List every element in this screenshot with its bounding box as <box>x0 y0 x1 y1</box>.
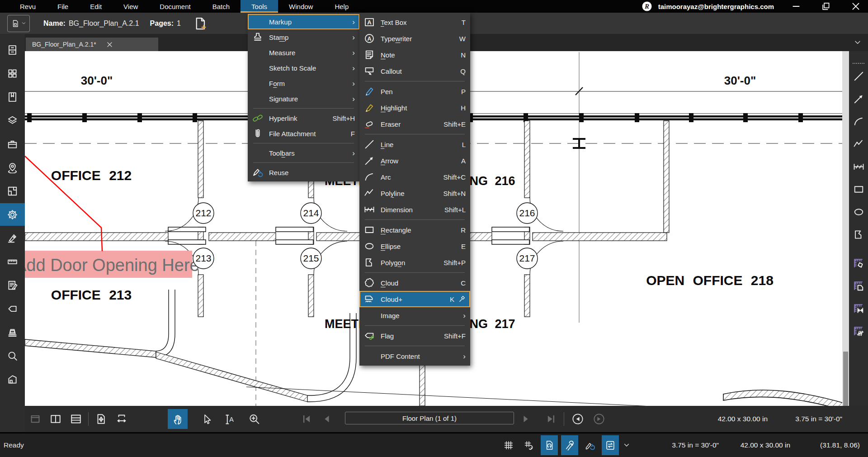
menubar-item-batch[interactable]: Batch <box>202 0 241 13</box>
zoom-icon[interactable] <box>246 411 262 427</box>
menu-item-sketch-to-scale[interactable]: Sketch to Scale› <box>248 60 359 76</box>
snap-grid-icon[interactable] <box>520 435 538 455</box>
menubar-item-tools[interactable]: Tools <box>241 0 278 13</box>
menu-item-polygon[interactable]: PolygonShift+P <box>359 254 470 271</box>
minimize-icon[interactable] <box>791 1 801 11</box>
split-vertical-icon[interactable] <box>47 411 64 427</box>
document-tab[interactable]: BG_Floor_Plan_A.2.1* <box>26 38 158 51</box>
new-page-icon[interactable] <box>193 16 207 31</box>
menu-item-measure[interactable]: Measure› <box>248 45 359 60</box>
highlight-markup-text[interactable]: Add Door Opening Here <box>25 256 199 275</box>
menu-item-ellipse[interactable]: EllipseE <box>359 238 470 254</box>
menu-item-dimension[interactable]: DimensionShift+L <box>359 201 470 218</box>
page-label-field[interactable]: Floor Plan (1 of 1) <box>345 412 514 424</box>
pan-icon[interactable] <box>168 409 188 429</box>
restore-icon[interactable] <box>821 1 831 11</box>
menu-item-pdf-content[interactable]: PDF Content› <box>359 348 470 364</box>
fit-page-icon[interactable] <box>93 411 109 427</box>
history-back-icon[interactable] <box>570 411 586 427</box>
menu-item-typewriter[interactable]: ATypewriterW <box>359 30 470 47</box>
panel-tab-signature-icon[interactable] <box>0 232 25 244</box>
text-select-icon[interactable]: A <box>222 411 238 427</box>
menubar-item-window[interactable]: Window <box>278 0 324 13</box>
panel-tab-markup-editor-icon[interactable] <box>0 279 25 291</box>
vertical-scrollbar[interactable] <box>842 51 849 406</box>
tool-polyline-icon[interactable] <box>849 138 868 150</box>
menu-item-arrow[interactable]: ArrowA <box>359 152 470 169</box>
menu-item-rectangle[interactable]: RectangleR <box>359 222 470 238</box>
toolbar-drag-handle[interactable] <box>853 63 864 66</box>
panel-tab-ruler-icon[interactable] <box>0 256 25 267</box>
markup-reuse-icon[interactable] <box>581 435 599 455</box>
menu-item-arc[interactable]: ArcShift+C <box>359 169 470 185</box>
menu-item-text-box[interactable]: AText BoxT <box>359 14 470 30</box>
menu-item-file-attachment[interactable]: File AttachmentF <box>248 126 359 141</box>
menu-item-toolbars[interactable]: Toolbars› <box>248 145 359 161</box>
menu-item-polyline[interactable]: PolylineShift+N <box>359 185 470 201</box>
tool-dimension-icon[interactable] <box>849 161 868 172</box>
tab-close-icon[interactable] <box>106 41 113 48</box>
single-pane-icon[interactable] <box>27 411 43 427</box>
panel-tab-spaces-icon[interactable] <box>0 185 25 197</box>
menu-item-form[interactable]: Form› <box>248 76 359 91</box>
panel-tab-studio-icon[interactable] <box>0 373 25 385</box>
scrollbar-thumb[interactable] <box>843 352 848 406</box>
chevron-down-icon[interactable] <box>854 38 862 47</box>
panel-tab-bookmarks-icon[interactable] <box>0 91 25 103</box>
menu-item-signature[interactable]: Signature› <box>248 91 359 106</box>
snap-markup-icon[interactable] <box>561 435 578 455</box>
menu-item-pen[interactable]: PenP <box>359 83 470 100</box>
tool-line-icon[interactable] <box>849 70 868 82</box>
menu-item-line[interactable]: LineL <box>359 136 470 152</box>
panel-tab-thumbnails-icon[interactable] <box>0 67 25 79</box>
sync-icon[interactable] <box>602 435 619 455</box>
menu-item-callout[interactable]: CalloutQ <box>359 63 470 79</box>
menu-item-reuse[interactable]: Reuse <box>248 165 359 180</box>
panel-tab-layers-icon[interactable] <box>0 114 25 126</box>
tool-ellipse-icon[interactable] <box>849 206 868 218</box>
menubar-item-revu[interactable]: Revu <box>9 0 47 13</box>
menu-item-cloud-[interactable]: Cloud+K <box>359 291 470 307</box>
menu-item-hyperlink[interactable]: HyperlinkShift+H <box>248 110 359 126</box>
panel-tab-flag-tag-icon[interactable] <box>0 303 25 314</box>
menu-item-eraser[interactable]: EraserShift+E <box>359 116 470 132</box>
menu-item-cloud[interactable]: CloudC <box>359 275 470 291</box>
snap-content-icon[interactable] <box>541 435 558 455</box>
grid-icon[interactable] <box>500 435 517 455</box>
tool-polygon-icon[interactable] <box>849 228 868 240</box>
menubar-item-edit[interactable]: Edit <box>79 0 113 13</box>
panel-tab-tool-chest-icon[interactable] <box>0 138 25 150</box>
menubar-item-help[interactable]: Help <box>324 0 359 13</box>
panel-tab-sets-icon[interactable] <box>0 326 25 338</box>
nav-next-icon[interactable] <box>518 411 534 427</box>
close-icon[interactable] <box>851 1 861 11</box>
menu-item-flag[interactable]: FlagShift+F <box>359 328 470 344</box>
panel-tab-settings-gear-icon[interactable] <box>0 203 25 226</box>
tool-measure-length-icon[interactable] <box>849 303 868 314</box>
nav-last-icon[interactable] <box>543 411 559 427</box>
history-forward-icon[interactable] <box>591 411 607 427</box>
tool-measure-area-icon[interactable] <box>849 280 868 292</box>
chevron-down-icon[interactable] <box>623 442 630 449</box>
menu-item-note[interactable]: NoteN <box>359 47 470 63</box>
menubar-item-document[interactable]: Document <box>149 0 201 13</box>
menu-item-image[interactable]: Image› <box>359 307 470 324</box>
menu-item-markup[interactable]: Markup› <box>248 14 359 29</box>
panel-tab-file-access-icon[interactable] <box>0 44 25 56</box>
tool-measure-count-icon[interactable] <box>849 325 868 337</box>
status-scale[interactable]: 3.75 in = 30'-0" <box>672 433 719 457</box>
panel-tab-search-icon[interactable] <box>0 350 25 362</box>
menubar-item-view[interactable]: View <box>113 0 149 13</box>
panel-tab-places-icon[interactable] <box>0 162 25 173</box>
tool-rectangle-icon[interactable] <box>849 183 868 195</box>
tool-measure-perimeter-icon[interactable] <box>849 257 868 269</box>
menu-item-stamp[interactable]: Stamp› <box>248 29 359 45</box>
document-menu-button[interactable] <box>7 15 30 32</box>
tool-arc-icon[interactable] <box>849 115 868 127</box>
nav-first-icon[interactable] <box>298 411 315 427</box>
split-horizontal-icon[interactable] <box>68 411 84 427</box>
select-icon[interactable] <box>198 411 214 427</box>
tool-arrow-icon[interactable] <box>849 93 868 105</box>
menubar-item-file[interactable]: File <box>47 0 79 13</box>
fit-width-icon[interactable] <box>113 411 130 427</box>
